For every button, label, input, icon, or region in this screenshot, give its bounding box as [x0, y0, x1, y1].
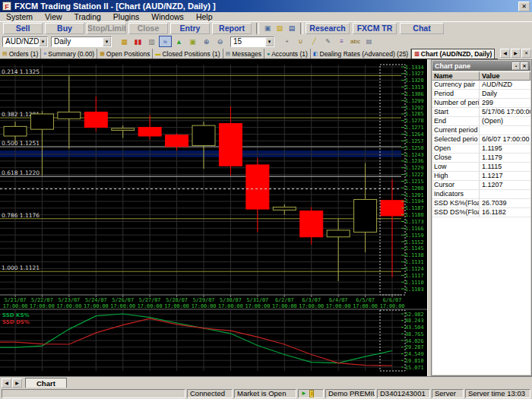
- tab-dealing-rates-advanced-25[interactable]: ◧Dealing Rates (Advanced) (25): [311, 49, 411, 59]
- candle-body: [246, 165, 269, 209]
- research-button[interactable]: Research: [306, 23, 350, 34]
- report-button[interactable]: Report: [212, 23, 252, 34]
- new-chart-icon[interactable]: ▦: [118, 36, 131, 47]
- chart-pane-row-start[interactable]: Start5/17/06 17:00:00: [432, 108, 530, 117]
- menu-trading[interactable]: Trading: [68, 12, 107, 22]
- save-icon[interactable]: ▤: [286, 23, 298, 34]
- chart-pane-row-close[interactable]: Close1.1179: [432, 154, 530, 163]
- magnet-icon[interactable]: ∪: [294, 36, 307, 47]
- tab-close-button[interactable]: ✕: [521, 49, 531, 58]
- chart-pane-row-currency-pair[interactable]: Currency pairAUD/NZD: [432, 81, 530, 90]
- indicators-icon[interactable]: ≡: [335, 36, 348, 47]
- symbol-select[interactable]: AUD/NZD ▼: [2, 36, 48, 47]
- price-axis-label: 1.1285: [405, 111, 424, 117]
- buy-button[interactable]: Buy: [45, 23, 84, 34]
- close-icon[interactable]: ✕: [521, 62, 528, 70]
- chat-button[interactable]: Chat: [400, 23, 444, 34]
- area-chart-icon[interactable]: ▲: [173, 36, 185, 47]
- chart-pane-table-header: NameValue: [432, 71, 530, 81]
- time-label: 17:00:00: [353, 303, 378, 309]
- zoom-out-icon[interactable]: ⊖: [214, 36, 226, 47]
- chart-pane-row-end[interactable]: End(Open): [432, 117, 530, 126]
- candle-body: [192, 125, 215, 146]
- row-name: Close: [432, 154, 480, 162]
- price-axis-label: 1.1313: [405, 84, 424, 90]
- menu-view[interactable]: View: [39, 12, 68, 22]
- chart-pane-row-ssd-ks-floa[interactable]: SSD KS%(Floa26.7039: [432, 199, 530, 208]
- tab-orders-1[interactable]: ▤Orders (1): [0, 49, 41, 59]
- indicator-axis-label: 52.982: [405, 312, 424, 318]
- summary-icon: »: [43, 51, 46, 56]
- price-axis-label: 1.1299: [405, 98, 424, 104]
- bar-chart-icon[interactable]: ▥: [145, 36, 158, 47]
- zoom-in-icon[interactable]: ⊕: [200, 36, 213, 47]
- ssd-ds-label: SSD DS%: [2, 319, 30, 325]
- template-icon[interactable]: ▤: [363, 36, 375, 47]
- price-axis-label: 1.1243: [405, 152, 424, 158]
- chart-pane-row-open[interactable]: Open1.1195: [432, 144, 530, 154]
- tab-messages[interactable]: ▤Messages: [223, 49, 264, 59]
- tab-next-button[interactable]: ▶: [511, 49, 521, 58]
- stop-limit-button[interactable]: Stop/Limit: [87, 23, 126, 34]
- tab-prev-button[interactable]: ◀: [500, 49, 510, 58]
- pin-icon[interactable]: ▪: [512, 62, 520, 70]
- sell-button[interactable]: Sell: [3, 23, 43, 34]
- bottom-prev-button[interactable]: ◀: [2, 378, 11, 388]
- crosshair-icon[interactable]: +: [280, 36, 293, 47]
- chart-pane-row-period[interactable]: PeriodDaily: [432, 90, 530, 99]
- bars-count-select[interactable]: 15 ▼: [230, 36, 274, 47]
- line-chart-icon[interactable]: ≈: [159, 36, 172, 47]
- chart-pane-row-ssd-ds-floa[interactable]: SSD DS%(Floa16.1182: [432, 208, 530, 217]
- indicator-axis-label: 43.504: [405, 325, 424, 331]
- row-name: Number of peri: [432, 99, 480, 107]
- chart-pane-row-selected-perio[interactable]: Selected perio6/6/07 17:00:00: [432, 135, 530, 144]
- row-name: Start: [432, 108, 480, 116]
- tab-summary-0-00[interactable]: »Summary (0.00): [41, 49, 97, 59]
- chart-pane-row-cursor[interactable]: Cursor1.1207: [432, 181, 530, 190]
- tab-open-positions[interactable]: ▦Open Positions: [97, 49, 153, 59]
- bottom-tab-chart[interactable]: Chart: [25, 378, 67, 388]
- bottom-next-button[interactable]: ▶: [12, 378, 22, 388]
- price-band: [0, 150, 401, 157]
- pencil-icon[interactable]: ✎: [321, 36, 334, 47]
- fxcm-tr-button[interactable]: FXCM TR: [353, 23, 397, 34]
- tab-accounts-1[interactable]: ●Accounts (1): [264, 49, 311, 59]
- entry-button[interactable]: Entry: [170, 23, 210, 34]
- window-close-button[interactable]: ✕: [518, 2, 530, 11]
- windows-icon[interactable]: ▣: [261, 23, 274, 34]
- file-icons-group: ▣▨▤: [261, 23, 298, 34]
- menu-windows[interactable]: Windows: [145, 12, 190, 22]
- snapshot-icon[interactable]: ▣: [186, 36, 199, 47]
- open-folder-icon[interactable]: ▨: [274, 23, 286, 34]
- chart-pane-row-low[interactable]: Low1.1115: [432, 163, 530, 172]
- chart-pane-row-high[interactable]: High1.1217: [432, 172, 530, 181]
- menu-help[interactable]: Help: [190, 12, 219, 22]
- row-value: 16.1182: [480, 208, 530, 217]
- chart-pane-row-current-period[interactable]: Current period: [432, 126, 530, 135]
- price-chart[interactable]: 0.214 1.13250.382 1.12810.500 1.12510.61…: [0, 59, 427, 376]
- menu-plugins[interactable]: Plugins: [107, 12, 145, 22]
- row-value: Daily: [480, 90, 530, 98]
- chart-toolbar: AUD/NZD ▼ Daily ▼ ▦▮▮▥≈▲▣⊕⊖ 15 ▼ +∪╱✎≡ab…: [0, 35, 532, 48]
- chart-pane-row-indicators[interactable]: Indicators: [432, 190, 530, 199]
- period-select[interactable]: Daily ▼: [51, 36, 112, 47]
- tab-label: Orders (1): [9, 50, 39, 58]
- draw-line-icon[interactable]: ╱: [308, 36, 321, 47]
- price-axis-label: 1.1257: [405, 138, 424, 144]
- chart-pane-row-number-of-peri[interactable]: Number of peri299: [432, 99, 530, 108]
- time-label: 17:00:00: [84, 303, 109, 309]
- price-axis-label: 1.1278: [405, 118, 424, 124]
- text-label-icon[interactable]: abc: [349, 36, 362, 47]
- date-label: 5/30/07: [220, 297, 242, 303]
- tab-chart-aud-nzd-daily[interactable]: ▥Chart (AUD/NZD, Daily): [411, 49, 495, 59]
- menu-system[interactable]: System: [0, 12, 39, 22]
- row-value: 1.1179: [480, 154, 530, 162]
- candlestick-chart-icon[interactable]: ▮▮: [131, 36, 144, 47]
- price-axis-label: 1.1292: [405, 105, 424, 111]
- tab-closed-positions-1[interactable]: ▬Closed Positions (1): [153, 49, 223, 59]
- connection-icon: ►: [301, 390, 307, 397]
- app-icon: F: [2, 2, 11, 11]
- menu-bar: SystemViewTradingPluginsWindowsHelp: [0, 12, 532, 22]
- price-axis-label: 1.1194: [405, 198, 424, 204]
- close-button[interactable]: Close: [128, 23, 168, 34]
